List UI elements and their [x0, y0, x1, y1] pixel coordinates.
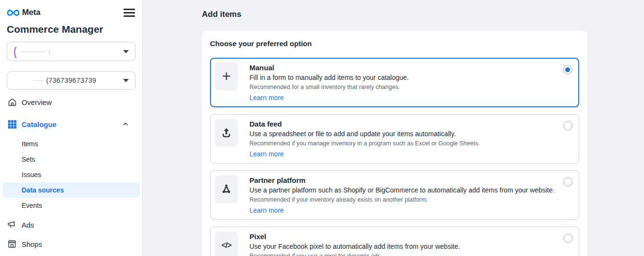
app-title: Commerce Manager [7, 24, 136, 35]
sidebar-item-label: Ads [22, 221, 34, 229]
account-selector-dropdown[interactable]: ( ( [7, 42, 136, 61]
catalogue-submenu: Items Sets Issues Data sources Events [2, 136, 140, 213]
sidebar-item-label: Overview [22, 98, 52, 106]
sidebar-item-issues[interactable]: Issues [2, 167, 140, 182]
sidebar-item-data-sources[interactable]: Data sources [2, 182, 140, 198]
sidebar-nav: Overview Catalogue Items Sets Issues Dat [7, 94, 136, 253]
sidebar-item-sets[interactable]: Sets [2, 152, 140, 167]
option-title: Manual [249, 63, 409, 73]
grid-icon [7, 119, 17, 129]
brand-name: Meta [22, 8, 40, 17]
learn-more-link[interactable]: Learn more [249, 205, 284, 215]
home-icon [7, 97, 17, 107]
main-content: Add items Choose your preferred option +… [143, 0, 644, 256]
options-list: + Manual Fill in a form to manually add … [210, 58, 579, 256]
radio-pixel[interactable] [563, 233, 573, 243]
learn-more-link[interactable]: Learn more [249, 149, 284, 159]
megaphone-icon [7, 219, 17, 230]
upload-icon [215, 119, 238, 147]
plus-icon: + [215, 63, 238, 90]
catalogue-id-text: (736739673739 [46, 77, 96, 84]
option-data-feed[interactable]: Data feed Use a spreadsheet or file to a… [210, 114, 579, 164]
sidebar-item-overview[interactable]: Overview [7, 94, 136, 110]
meta-logo[interactable]: Meta [7, 8, 40, 17]
option-note: Recommended if your inventory already ex… [249, 195, 555, 204]
option-description: Use a spreadsheet or file to add and upd… [249, 129, 480, 139]
option-note: Recommended if you use a pixel for dynam… [249, 252, 460, 256]
sidebar-item-label: Shops [22, 240, 42, 248]
partner-network-icon [215, 175, 238, 203]
option-description: Fill in a form to manually add items to … [249, 73, 409, 83]
sidebar-item-shops[interactable]: Shops [7, 235, 136, 253]
learn-more-link[interactable]: Learn more [249, 93, 284, 102]
chevron-down-icon [123, 79, 129, 82]
radio-partner-platform[interactable] [563, 177, 573, 187]
redacted-account-text: ( [13, 45, 17, 59]
sidebar: Meta Commerce Manager ( ( (736739673739 … [0, 0, 143, 256]
radio-data-feed[interactable] [563, 121, 573, 130]
option-title: Partner platform [249, 176, 555, 185]
option-title: Data feed [249, 119, 480, 129]
option-note: Recommended if you manage inventory in a… [249, 139, 480, 148]
option-title: Pixel [249, 232, 460, 242]
sidebar-item-events[interactable]: Events [2, 198, 140, 213]
add-items-card: Choose your preferred option + Manual Fi… [202, 30, 587, 256]
sidebar-item-catalogue[interactable]: Catalogue [7, 116, 136, 132]
sidebar-header: Meta [7, 6, 136, 19]
chevron-down-icon [123, 50, 129, 53]
option-pixel[interactable]: </> Pixel Use your Facebook pixel to aut… [210, 227, 579, 256]
option-note: Recommended for a small inventory that r… [249, 83, 409, 91]
option-description: Use a partner platform such as Shopify o… [249, 185, 555, 195]
sidebar-item-items[interactable]: Items [2, 136, 140, 152]
option-partner-platform[interactable]: Partner platform Use a partner platform … [210, 170, 579, 220]
storefront-icon [7, 239, 17, 249]
redaction-smudge [33, 80, 44, 81]
sidebar-item-label: Catalogue [22, 120, 57, 128]
redacted-account-fragment: ( [49, 48, 50, 55]
sidebar-item-ads[interactable]: Ads [7, 216, 136, 233]
redaction-smudge [20, 51, 45, 52]
option-manual[interactable]: + Manual Fill in a form to manually add … [210, 58, 579, 107]
radio-manual[interactable] [563, 65, 572, 75]
page-title: Add items [202, 10, 644, 19]
option-description: Use your Facebook pixel to automatically… [249, 242, 460, 252]
menu-hamburger-icon[interactable] [123, 8, 136, 18]
chevron-up-icon[interactable] [122, 121, 129, 128]
catalogue-selector-dropdown[interactable]: (736739673739 [7, 71, 136, 90]
code-icon: </> [215, 231, 238, 256]
card-title: Choose your preferred option [210, 39, 579, 48]
meta-infinity-icon [7, 9, 20, 17]
